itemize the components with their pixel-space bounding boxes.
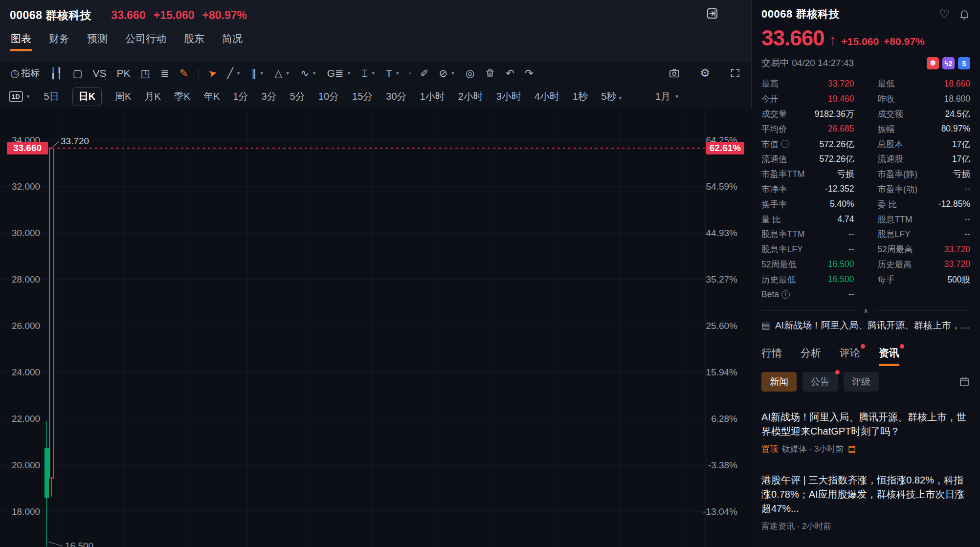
timeframe-30分[interactable]: 30分 (386, 90, 406, 103)
candlestick-chart[interactable]: 33.72016.500 34.00064.25%32.00054.59%30.… (0, 109, 752, 547)
pk-tool[interactable]: PK (113, 67, 134, 79)
stat-label: 市盈率TTM (761, 168, 804, 180)
trend-line-tool[interactable]: ╱▼ (223, 67, 245, 79)
stat-value: 500股 (947, 274, 970, 285)
wave-tool-tool[interactable]: ∿▼ (297, 67, 320, 79)
stat-value: 9182.36万 (815, 108, 854, 120)
vs-tool[interactable]: VS (89, 67, 110, 79)
timeframe-3分[interactable]: 3分 (262, 90, 277, 103)
chart-canvas[interactable]: 33.72016.500 (0, 109, 752, 547)
freehand-pen-tool[interactable]: ✐ (417, 67, 432, 79)
news-item[interactable]: 港股午评 | 三大指数齐涨，恒指涨0.82%，科指涨0.78%；AI应用股爆发，… (761, 473, 970, 532)
indicator-tool[interactable]: ◷指标 (7, 67, 43, 79)
chart-settings-button[interactable]: ⚙ (696, 66, 713, 80)
candle-style-tool[interactable]: ╽╿ (46, 67, 66, 79)
info-icon[interactable]: i (781, 290, 790, 299)
tab-简况[interactable]: 简况 (222, 32, 243, 51)
timeframe-1分[interactable]: 1分 (233, 90, 248, 103)
tab-财务[interactable]: 财务 (49, 32, 69, 51)
stat-label: 52周最高 (878, 243, 913, 255)
stat-label: 今开 (761, 93, 779, 105)
news-ticker[interactable]: ▤ AI新战场！阿里入局、腾讯开源、群核上市，世界模... (761, 319, 970, 339)
stat-value: 24.5亿 (945, 108, 970, 120)
trend-line-icon: ╱ (227, 68, 233, 78)
stat-label: 换手率 (761, 198, 787, 210)
level2-badge[interactable]: ϟ2 (942, 57, 955, 69)
quote-header-icons: ♡ (939, 7, 970, 21)
channel-line-tool[interactable]: ∥▼ (248, 67, 267, 79)
month-period-selector[interactable]: 1月 ▼ (655, 90, 679, 103)
stat-label: 成交额 (878, 108, 904, 120)
timeframe-bar: 1D ▼ 5日日K周K月K季K年K1分3分5分10分15分30分1小时2小时3小… (0, 84, 751, 109)
panel-tab-资讯[interactable]: 资讯 (879, 346, 899, 366)
undo-tool[interactable]: ↶ (502, 67, 518, 79)
timeframe-5分[interactable]: 5分 (290, 90, 305, 103)
currency-badge[interactable]: $ (958, 57, 970, 69)
draw-pencil-tool[interactable]: ✎ (176, 67, 192, 79)
collapse-stats-row[interactable]: ∧ (761, 307, 970, 314)
cursor-tool[interactable]: ➤ (205, 67, 221, 79)
timeframe-1小时[interactable]: 1小时 (420, 90, 445, 103)
fullscreen-button[interactable] (726, 66, 744, 80)
delete-drawings-tool[interactable] (481, 67, 499, 80)
hide-drawings-tool[interactable]: ⊘▼ (435, 67, 459, 79)
news-source-time: 富途资讯 · 2小时前 (761, 521, 832, 532)
subtab-评级[interactable]: 评级 (844, 372, 879, 392)
tab-图表[interactable]: 图表 (11, 32, 31, 51)
stock-code: 00068 (10, 9, 42, 22)
panel-tab-分析[interactable]: 分析 (801, 346, 821, 366)
timeframe-15分[interactable]: 15分 (352, 90, 373, 103)
timeframe-季K[interactable]: 季K (174, 90, 190, 103)
news-ticker-text: AI新战场！阿里入局、腾讯开源、群核上市，世界模... (775, 319, 970, 332)
timeframe-5日[interactable]: 5日 (44, 90, 59, 103)
marker-point-tool[interactable]: ◎ (462, 67, 478, 79)
tab-股东[interactable]: 股东 (184, 32, 204, 51)
timeframe-年K[interactable]: 年K (203, 90, 220, 103)
market-hk-badge[interactable]: ✽ (927, 57, 939, 69)
stat-label: 股息率TTM (761, 228, 804, 240)
compare-box-tool[interactable]: ▢ (69, 67, 86, 79)
price-up-arrow-icon: ↑ (829, 31, 837, 49)
stat-label: 股息LFY (878, 228, 911, 240)
stat-历史最高: 历史最高33.720 (878, 257, 971, 272)
period-selector[interactable]: 1D ▼ (9, 91, 31, 102)
subtab-公告[interactable]: 公告 (802, 372, 838, 392)
shape-tool-tool[interactable]: △▼ (271, 67, 293, 79)
candle-style-icon: ╽╿ (50, 68, 62, 78)
unread-dot (835, 370, 840, 374)
panel-tab-行情[interactable]: 行情 (761, 346, 782, 366)
tab-公司行动[interactable]: 公司行动 (125, 32, 166, 51)
calendar-icon[interactable] (958, 376, 970, 388)
text-tool-tool[interactable]: T▼ (382, 67, 403, 79)
measure-tool-icon: ⌶ (362, 68, 368, 78)
overlay-chart-tool[interactable]: ◳ (137, 67, 154, 79)
vs-icon: VS (92, 68, 106, 78)
quote-lines-tool[interactable]: ≣ (157, 67, 173, 79)
timeframe-10分[interactable]: 10分 (318, 90, 339, 103)
timeframe-日K[interactable]: 日K (72, 87, 102, 106)
timeframe-月K[interactable]: 月K (144, 90, 160, 103)
quote-price: 33.660 (761, 27, 824, 49)
timeframe-3小时[interactable]: 3小时 (496, 90, 521, 103)
panel-tab-评论[interactable]: 评论 (840, 346, 860, 366)
subtab-新闻[interactable]: 新闻 (761, 372, 797, 392)
timeframe-5秒[interactable]: 5秒 ▼ (601, 90, 623, 103)
high-price-annotation: 33.720 (61, 136, 89, 146)
stat-流通值: 流通值572.26亿 (761, 152, 854, 167)
news-source-time: 钛媒体 · 3小时前 (782, 443, 844, 455)
gann-tool-tool[interactable]: G≣▼ (324, 67, 355, 79)
tab-预测[interactable]: 预测 (87, 32, 108, 51)
stat-label: 市盈率(动) (878, 183, 918, 195)
redo-tool[interactable]: ↷ (521, 67, 537, 79)
timeframe-2小时[interactable]: 2小时 (458, 90, 483, 103)
alert-bell-icon[interactable] (958, 8, 970, 20)
news-item[interactable]: AI新战场！阿里入局、腾讯开源、群核上市，世界模型迎来ChatGPT时刻了吗？置… (761, 410, 970, 455)
timeframe-周K[interactable]: 周K (115, 90, 131, 103)
screenshot-button[interactable] (665, 66, 684, 80)
measure-tool-tool[interactable]: ⌶▼ (358, 67, 379, 79)
favorite-heart-icon[interactable]: ♡ (939, 7, 950, 21)
popout-window-icon[interactable] (706, 7, 719, 20)
info-icon[interactable]: ⋯ (781, 140, 789, 148)
timeframe-1秒[interactable]: 1秒 (573, 90, 588, 103)
timeframe-4小时[interactable]: 4小时 (535, 90, 559, 103)
